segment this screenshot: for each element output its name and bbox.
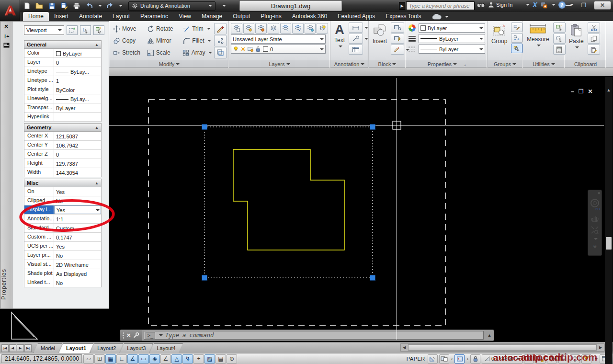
array-button[interactable]: Array [182, 47, 213, 58]
group-selection-toggle-button[interactable] [511, 44, 522, 53]
save-as-button[interactable] [59, 1, 69, 11]
block-caret-icon[interactable] [406, 49, 409, 53]
text-button[interactable]: A Text [332, 23, 347, 60]
property-row[interactable]: Visual st... 2D Wireframe [24, 260, 101, 269]
annotation-panel-label[interactable]: Annotation [330, 60, 368, 68]
transparency-toggle[interactable]: ▨ [204, 354, 215, 364]
fillet-caret-icon[interactable] [207, 40, 211, 44]
insert-block-button[interactable]: Insert [371, 23, 389, 60]
trim-button[interactable]: Trim [182, 23, 213, 34]
undo-button[interactable] [84, 1, 94, 11]
property-row[interactable]: Shade plot As Displayed [24, 269, 101, 278]
navbar-menu-icon[interactable]: ⊖ [593, 244, 597, 249]
stretch-button[interactable]: Stretch [112, 47, 146, 58]
first-tab-button[interactable]: |◀ [1, 344, 9, 352]
property-row[interactable]: Linetype ByLay... [24, 67, 101, 76]
property-row[interactable]: On Yes [24, 187, 101, 196]
search-expander-button[interactable]: ▶ [399, 2, 405, 10]
redo-button[interactable] [105, 1, 114, 11]
wrench-icon[interactable] [133, 332, 139, 339]
mirror-button[interactable]: Mirror [146, 35, 182, 46]
vertical-scroll-thumb[interactable] [606, 237, 612, 250]
tab-model[interactable]: Model [34, 343, 62, 353]
layer-unisolate-button[interactable] [268, 23, 279, 34]
command-input-wrap[interactable]: >_ Type a command [144, 331, 484, 340]
plot-button[interactable] [72, 1, 81, 11]
palette-autohide-icon[interactable]: ❙◂▸ [3, 34, 9, 38]
command-input[interactable]: Type a command [165, 332, 214, 339]
layer-isolate-button[interactable] [255, 23, 267, 34]
property-row[interactable]: Custom ... 0.1747 [24, 233, 101, 242]
property-row[interactable]: Layer pr... No [24, 251, 101, 260]
command-history-up-icon[interactable]: ▲ [485, 330, 494, 341]
tab-layout3[interactable]: Layout3 [120, 343, 153, 353]
snap-mode-toggle[interactable]: ⊞ [94, 354, 105, 364]
property-row[interactable]: Plot style ByColor [24, 85, 101, 94]
quick-calculator-button[interactable] [553, 45, 566, 55]
minimize-button[interactable]: — [563, 2, 574, 9]
property-row[interactable]: Clipped No [24, 196, 101, 205]
group-edit-button[interactable] [511, 33, 522, 43]
block-panel-label[interactable]: Block [369, 60, 406, 68]
paper-model-toggle-button[interactable] [428, 354, 438, 364]
autodesk-exchange-icon[interactable]: X [533, 1, 537, 9]
quick-select-button[interactable] [553, 23, 566, 33]
tab-layout4[interactable]: Layout4 [149, 343, 182, 353]
viewport-display-button[interactable] [439, 354, 449, 364]
scale-button[interactable]: Scale [146, 47, 182, 58]
select-objects-button[interactable] [80, 25, 91, 35]
palette-title-strip[interactable]: ✕ ❙◂▸ Properties [0, 21, 12, 309]
previous-tab-button[interactable]: ◀ [9, 344, 16, 352]
clipboard-panel-label[interactable]: Clipboard [565, 60, 606, 68]
tab-plug-ins[interactable]: Plug-ins [255, 12, 286, 21]
steering-wheel-icon[interactable] [590, 198, 600, 208]
groups-panel-label[interactable]: Groups [488, 60, 522, 68]
layer-on-button[interactable] [317, 23, 328, 34]
selection-cycling-toggle[interactable]: ⊕ [227, 354, 237, 364]
layer-match-button[interactable] [305, 23, 316, 34]
sign-in-button[interactable]: Sign In [488, 1, 512, 8]
id-point-button[interactable] [553, 34, 566, 44]
property-row[interactable]: Standard... Custom [24, 224, 101, 233]
layer-properties-button[interactable] [231, 23, 242, 34]
tab-parametric[interactable]: Parametric [135, 12, 173, 21]
command-close-icon[interactable]: ✕ [126, 332, 131, 339]
quick-properties-toggle[interactable]: ▤ [216, 354, 226, 364]
cut-button[interactable] [588, 23, 600, 33]
tab-featured-apps[interactable]: Featured Apps [332, 12, 380, 21]
copy-button[interactable]: Copy [112, 35, 146, 46]
drawing-restore-button[interactable]: ❐ [579, 88, 584, 95]
open-file-button[interactable] [34, 1, 44, 11]
dynamic-ucs-toggle[interactable]: △ [171, 354, 182, 364]
tab-view[interactable]: View [173, 12, 196, 21]
tab-layout2[interactable]: Layout2 [90, 343, 123, 353]
tab-layout1[interactable]: Layout1 [59, 343, 93, 353]
property-row[interactable]: Center X 121.5087 [24, 132, 101, 141]
property-row[interactable]: Hyperlink [24, 113, 101, 122]
property-row[interactable]: Width 144.3054 [24, 168, 101, 177]
next-viewport-icon[interactable]: › [466, 356, 469, 362]
section-header-geometry[interactable]: Geometry▲ [24, 123, 102, 132]
property-row[interactable]: Center Z 0 [24, 150, 101, 159]
create-block-button[interactable] [391, 23, 404, 33]
layer-state-button[interactable] [243, 23, 255, 34]
quick-select-palette-button[interactable] [93, 25, 104, 35]
polar-tracking-toggle[interactable]: ∡ [127, 354, 138, 364]
leader-button[interactable] [349, 34, 363, 44]
offset-button[interactable] [214, 47, 227, 58]
undo-history-caret[interactable] [98, 5, 102, 9]
chevron-down-icon[interactable] [96, 209, 100, 213]
tab-home[interactable]: Home [23, 12, 49, 21]
section-header-misc[interactable]: Misc▲ [24, 179, 102, 187]
lineweight-combo[interactable]: ByLayer [419, 34, 485, 43]
copy-clip-button[interactable] [588, 34, 600, 44]
coordinates-readout[interactable]: 214.6405, 172.4865, 0.0000 [1, 354, 82, 363]
linetype-combo[interactable]: ByLayer [419, 45, 485, 54]
property-row[interactable]: Color ByLayer [24, 49, 101, 58]
save-button[interactable] [47, 1, 57, 11]
3d-object-snap-toggle[interactable]: ◈ [149, 354, 160, 364]
navbar-more-caret[interactable] [594, 238, 598, 242]
infer-constraints-toggle[interactable]: ▱ [83, 354, 94, 364]
restore-button[interactable]: ❐ [579, 2, 589, 9]
dynamic-input-toggle[interactable]: ↯ [182, 354, 193, 364]
